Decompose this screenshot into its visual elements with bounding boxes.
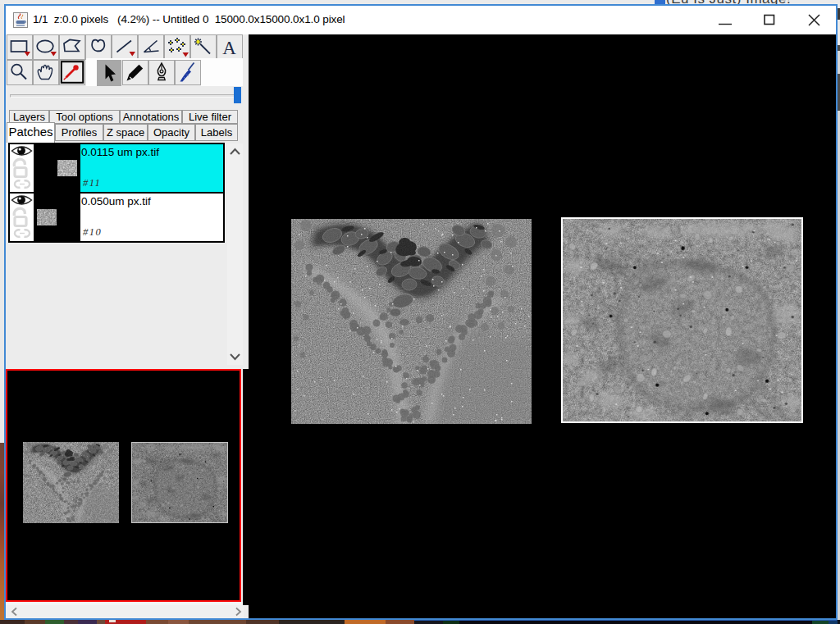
svg-text:A: A [222, 38, 236, 58]
